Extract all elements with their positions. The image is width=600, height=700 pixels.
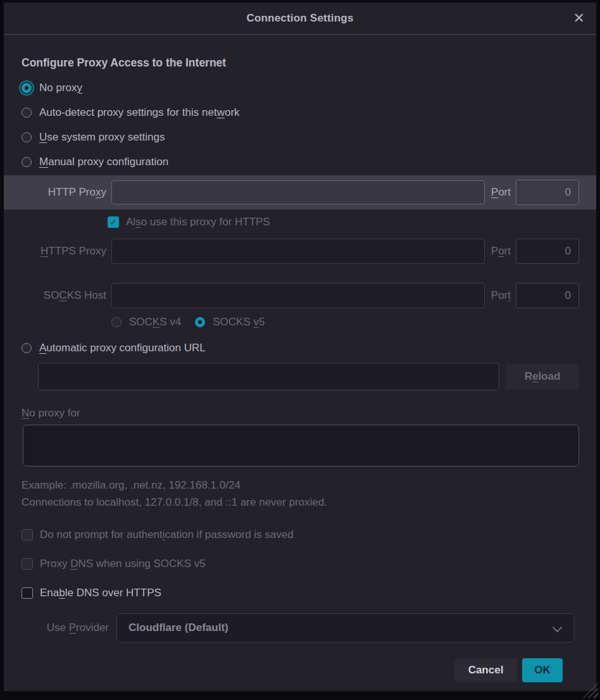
radio-socks-v4-label: SOCKS v4 bbox=[129, 316, 181, 328]
no-prompt-label: Do not prompt for authentication if pass… bbox=[40, 528, 294, 541]
radio-socks-v5[interactable] bbox=[195, 317, 205, 327]
chevron-down-icon bbox=[553, 623, 563, 633]
radio-system-proxy-label: Use system proxy settings bbox=[39, 131, 165, 144]
https-proxy-row: HTTPS Proxy Port bbox=[18, 239, 579, 264]
dialog-content: Configure Proxy Access to the Internet N… bbox=[4, 35, 596, 691]
proxy-dns-row[interactable]: Proxy DNS when using SOCKS v5 bbox=[22, 555, 579, 573]
provider-value: Cloudflare (Default) bbox=[128, 622, 228, 634]
http-port-input[interactable] bbox=[516, 180, 579, 205]
provider-label: Use Provider bbox=[18, 622, 109, 634]
radio-row-system-proxy[interactable]: Use system proxy settings bbox=[18, 128, 579, 147]
also-https-row[interactable]: ✓ Also use this proxy for HTTPS bbox=[108, 213, 579, 231]
no-proxy-for-label: No proxy for bbox=[22, 407, 579, 420]
ok-button[interactable]: OK bbox=[522, 658, 563, 682]
radio-auto-url[interactable] bbox=[22, 343, 32, 353]
proxy-dns-label: Proxy DNS when using SOCKS v5 bbox=[40, 558, 206, 570]
titlebar: Connection Settings ✕ bbox=[4, 3, 596, 35]
provider-dropdown[interactable]: Cloudflare (Default) bbox=[116, 613, 574, 642]
cancel-button[interactable]: Cancel bbox=[454, 658, 517, 682]
connection-settings-dialog: Connection Settings ✕ Configure Proxy Ac… bbox=[4, 3, 596, 691]
proxy-dns-checkbox[interactable] bbox=[22, 558, 33, 570]
radio-socks-v4[interactable] bbox=[111, 317, 122, 327]
http-proxy-input[interactable] bbox=[111, 180, 485, 204]
dialog-title: Connection Settings bbox=[246, 12, 353, 25]
http-proxy-row: HTTP Proxy Port bbox=[4, 175, 596, 209]
radio-socks-v5-label: SOCKS v5 bbox=[213, 316, 265, 328]
socks-port-input[interactable] bbox=[516, 283, 579, 308]
radio-row-manual-proxy[interactable]: Manual proxy configuration bbox=[18, 153, 579, 172]
https-proxy-label: HTTPS Proxy bbox=[18, 245, 106, 258]
radio-no-proxy-label: No proxy bbox=[39, 82, 82, 94]
https-port-input[interactable] bbox=[516, 239, 579, 264]
page-title: Configure Proxy Access to the Internet bbox=[22, 56, 579, 70]
radio-system-proxy[interactable] bbox=[22, 132, 32, 142]
radio-auto-detect[interactable] bbox=[22, 108, 32, 118]
socks-version-row: SOCKS v4 SOCKS v5 bbox=[108, 313, 579, 331]
no-prompt-row[interactable]: Do not prompt for authentication if pass… bbox=[22, 526, 579, 544]
doh-checkbox[interactable] bbox=[22, 587, 33, 599]
doh-label: Enable DNS over HTTPS bbox=[40, 587, 161, 599]
footer: Cancel OK bbox=[18, 658, 579, 682]
socks-host-row: SOCKS Host Port bbox=[18, 283, 579, 308]
also-https-label: Also use this proxy for HTTPS bbox=[126, 216, 270, 228]
https-port-label: Port bbox=[491, 245, 511, 258]
reload-button[interactable]: Reload bbox=[506, 364, 579, 389]
radio-row-auto-url[interactable]: Automatic proxy configuration URL bbox=[18, 339, 579, 358]
radio-manual-proxy[interactable] bbox=[22, 157, 32, 167]
http-port-label: Port bbox=[491, 186, 511, 199]
radio-auto-url-label: Automatic proxy configuration URL bbox=[39, 342, 206, 354]
socks-host-label: SOCKS Host bbox=[18, 289, 106, 302]
no-prompt-checkbox[interactable] bbox=[22, 529, 33, 541]
checkmark-icon: ✓ bbox=[109, 217, 117, 227]
radio-auto-detect-label: Auto-detect proxy settings for this netw… bbox=[39, 106, 240, 119]
auto-url-row: Reload bbox=[38, 363, 579, 391]
provider-row: Use Provider Cloudflare (Default) bbox=[18, 613, 579, 642]
radio-row-no-proxy[interactable]: No proxy bbox=[18, 78, 579, 97]
https-proxy-input[interactable] bbox=[111, 239, 485, 264]
close-icon[interactable]: ✕ bbox=[573, 11, 585, 25]
auto-url-input[interactable] bbox=[38, 363, 499, 391]
socks-host-input[interactable] bbox=[111, 283, 485, 308]
hint-localhost: Connections to localhost, 127.0.0.1/8, a… bbox=[22, 494, 579, 511]
socks-port-label: Port bbox=[491, 289, 511, 302]
also-https-checkbox[interactable]: ✓ bbox=[108, 216, 119, 228]
doh-row[interactable]: Enable DNS over HTTPS bbox=[22, 584, 579, 602]
hint-example: Example: .mozilla.org, .net.nz, 192.168.… bbox=[22, 477, 579, 494]
radio-no-proxy[interactable] bbox=[22, 83, 32, 93]
http-proxy-label: HTTP Proxy bbox=[18, 186, 106, 199]
no-proxy-for-textarea[interactable] bbox=[23, 425, 579, 466]
radio-row-auto-detect[interactable]: Auto-detect proxy settings for this netw… bbox=[18, 103, 579, 122]
radio-manual-proxy-label: Manual proxy configuration bbox=[39, 156, 168, 168]
window-frame: Connection Settings ✕ Configure Proxy Ac… bbox=[0, 0, 600, 700]
